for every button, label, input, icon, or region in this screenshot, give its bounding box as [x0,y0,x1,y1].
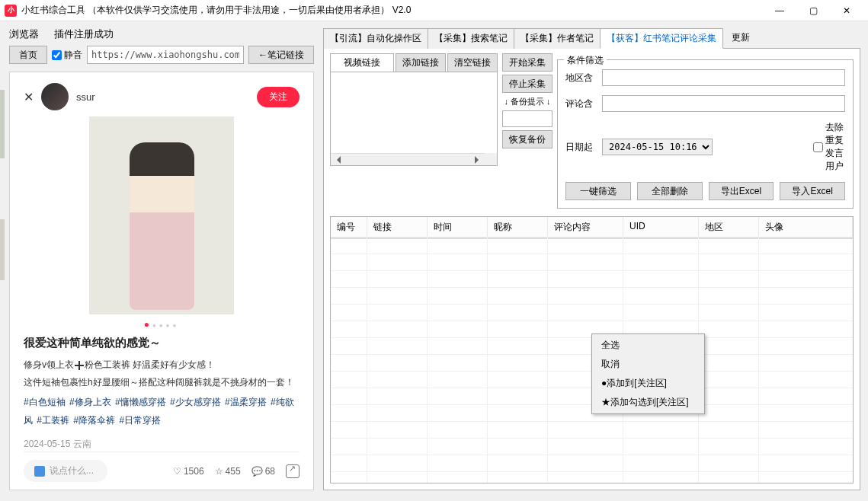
horizontal-scrollbar[interactable] [331,153,485,165]
comment-icon [34,466,45,477]
backup-hint-label: ↓ 备份提示 ↓ [502,96,553,107]
post-tags[interactable]: #白色短袖 #修身上衣 #慵懒感穿搭 #少女感穿搭 #温柔穿搭 #纯欲风 #工装… [24,394,299,430]
carousel-dots[interactable]: ●●●●● [24,319,299,330]
dedup-checkbox[interactable]: 去除重复发言用户 [813,121,845,173]
close-button[interactable]: ✕ [830,0,863,21]
col-link[interactable]: 链接 [367,217,428,238]
data-grid[interactable]: 编号 链接 时间 昵称 评论内容 UID 地区 头像 全选 取消 ●添加到[关注… [330,216,854,483]
post-description: 修身v领上衣粉色工装裤 好温柔好有少女感！ 这件短袖包裹性h好显腰细～搭配这种阔… [24,356,299,391]
col-nick[interactable]: 昵称 [488,217,548,238]
plugin-status-label: 插件注册成功 [54,27,114,41]
tab-update[interactable]: 更新 [722,28,759,49]
username[interactable]: ssur [76,91,249,103]
col-region[interactable]: 地区 [699,217,759,238]
tab-bar: 【引流】自动化操作区 【采集】搜索笔记 【采集】作者笔记 【获客】红书笔记评论采… [323,27,860,48]
dedup-label: 去除重复发言用户 [825,121,845,173]
date-select[interactable]: 2024-05-15 10:16:2 [602,139,713,155]
bubble-icon: 💬 [251,466,263,477]
menu-add-to-follow[interactable]: ●添加到[关注区] [594,374,703,393]
col-time[interactable]: 时间 [428,217,488,238]
menu-add-checked-to-follow[interactable]: ★添加勾选到[关注区] [594,393,703,412]
menu-select-all[interactable]: 全选 [594,336,703,355]
tag[interactable]: #温柔穿搭 [225,397,269,407]
mute-checkbox[interactable]: 静音 [52,49,82,62]
col-avatar[interactable]: 头像 [759,217,853,238]
home-button[interactable]: 首页 [9,46,47,64]
tab-author-notes[interactable]: 【采集】作者笔记 [514,28,601,49]
filter-groupbox: 条件筛选 地区含 评论含 日期起 2024-05-15 10:1 [557,59,854,209]
comment-label: 评论含 [565,97,597,110]
window-title: 小红书综合工具 （本软件仅供学习交流使用，请勿用于非法用途，一切后果由使用者承担… [21,4,763,17]
scroll-corner [485,153,497,165]
person-placeholder [130,142,194,310]
title-bar: 小 小红书综合工具 （本软件仅供学习交流使用，请勿用于非法用途，一切后果由使用者… [0,0,868,21]
comment-placeholder: 说点什么... [50,464,94,477]
browser-label: 浏览器 [9,27,39,41]
clear-link-button[interactable]: 清空链接 [447,53,498,72]
tag[interactable]: #少女感穿搭 [170,397,223,407]
mute-checkbox-input[interactable] [52,50,62,60]
tab-comment-collect[interactable]: 【获客】红书笔记评论采集 [600,28,723,49]
col-uid[interactable]: UID [623,217,699,238]
comment-input[interactable]: 说点什么... [24,460,107,482]
delete-all-button[interactable]: 全部删除 [637,182,703,200]
import-excel-button[interactable]: 导入Excel [780,182,845,200]
tag[interactable]: #慵懒感穿搭 [115,397,168,407]
region-label: 地区含 [565,72,597,85]
grid-header: 编号 链接 时间 昵称 评论内容 UID 地区 头像 [331,217,853,239]
dedup-checkbox-input[interactable] [813,142,823,152]
restore-backup-button[interactable]: 恢复备份 [502,130,553,148]
star-icon: ☆ [215,466,223,477]
post-meta: 2024-05-15 云南 [24,438,299,451]
tab-search-notes[interactable]: 【采集】搜索笔记 [428,28,514,49]
avatar[interactable] [41,83,69,110]
backup-input[interactable] [502,110,553,127]
video-link-label: 视频链接 [330,53,394,72]
decorative-edge [0,67,5,501]
menu-cancel[interactable]: 取消 [594,355,703,374]
tag[interactable]: #工装裤 [37,415,72,426]
tag[interactable]: #日常穿搭 [119,415,161,426]
post-title: 很爱这种简单纯欲的感觉～ [24,336,299,350]
mute-label: 静音 [64,49,82,62]
filter-title: 条件筛选 [564,54,607,67]
star-stat[interactable]: ☆455 [215,466,241,477]
tag[interactable]: #降落伞裤 [73,415,117,426]
comment-stat[interactable]: 💬68 [251,466,275,477]
stop-collect-button[interactable]: 停止采集 [502,75,553,93]
like-stat[interactable]: ♡1506 [173,466,204,477]
share-icon[interactable] [286,464,299,478]
maximize-button[interactable]: ▢ [796,0,830,21]
add-link-button[interactable]: 添加链接 [396,53,446,72]
note-link-button[interactable]: ←笔记链接 [248,46,314,64]
context-menu: 全选 取消 ●添加到[关注区] ★添加勾选到[关注区] [591,333,705,414]
tag[interactable]: #白色短袖 [24,397,68,407]
export-excel-button[interactable]: 导出Excel [709,182,774,200]
video-link-list[interactable] [330,72,498,166]
filter-button[interactable]: 一键筛选 [565,182,631,200]
tag[interactable]: #修身上衣 [69,397,114,407]
comment-input-filter[interactable] [602,95,845,112]
heart-icon: ♡ [173,466,181,477]
plus-icon [74,360,85,371]
post-image[interactable] [89,116,234,314]
close-icon[interactable]: ✕ [24,90,34,104]
video-links-section: 视频链接 添加链接 清空链接 [330,53,498,209]
col-content[interactable]: 评论内容 [548,217,623,238]
col-id[interactable]: 编号 [331,217,367,238]
minimize-button[interactable]: ― [763,0,796,21]
app-icon: 小 [5,5,17,17]
follow-button[interactable]: 关注 [257,87,299,107]
start-collect-button[interactable]: 开始采集 [502,53,553,72]
region-input[interactable] [602,69,845,86]
tab-drainage[interactable]: 【引流】自动化操作区 [323,28,428,49]
url-input[interactable] [87,46,244,64]
browser-panel: ✕ ssur 关注 ●●●●● 很爱这种简单纯欲的感觉～ 修身v领上衣粉色工装裤… [9,72,314,490]
date-label: 日期起 [565,141,597,154]
